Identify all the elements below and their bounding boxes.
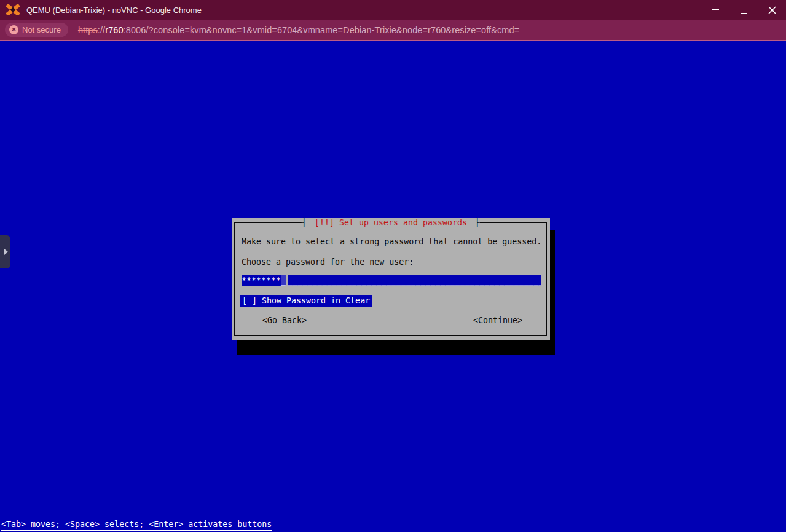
url-scheme: https	[78, 25, 98, 35]
novnc-control-bar-handle[interactable]	[0, 235, 10, 268]
close-icon	[768, 6, 776, 14]
window-controls	[701, 0, 786, 20]
password-prompt: Choose a password for the new user:	[242, 257, 414, 267]
text-cursor-icon: _	[281, 275, 286, 286]
close-button[interactable]	[758, 0, 786, 20]
not-secure-icon: ✕	[9, 25, 18, 34]
minimize-icon	[712, 9, 719, 10]
proxmox-x-icon	[6, 4, 20, 15]
security-badge-label: Not secure	[22, 25, 61, 34]
setup-users-dialog: ┤ [!!] Set up users and passwords ├ Make…	[232, 218, 550, 340]
dialog-message: Make sure to select a strong password th…	[242, 237, 541, 246]
title-bracket-left: ┤	[302, 218, 307, 228]
vnc-canvas[interactable]: ┤ [!!] Set up users and passwords ├ Make…	[0, 41, 786, 532]
dialog-title: ┤ [!!] Set up users and passwords ├	[302, 218, 480, 228]
keyboard-help-line: <Tab> moves; <Space> selects; <Enter> ac…	[1, 520, 272, 531]
window-titlebar: QEMU (Debian-Trixie) - noVNC - Google Ch…	[0, 0, 786, 20]
dialog-title-text: [!!] Set up users and passwords	[307, 218, 475, 228]
security-badge[interactable]: ✕ Not secure	[5, 23, 68, 37]
title-bracket-right: ├	[475, 218, 480, 228]
go-back-button[interactable]: <Go Back>	[262, 316, 307, 326]
minimize-button[interactable]	[701, 0, 729, 20]
password-input[interactable]: ******** _ _____________________________…	[242, 275, 541, 286]
url-rest: :8006/?console=kvm&novnc=1&vmid=6704&vmn…	[124, 25, 520, 35]
window-title: QEMU (Debian-Trixie) - noVNC - Google Ch…	[26, 6, 202, 15]
maximize-button[interactable]	[729, 0, 758, 20]
show-password-checkbox[interactable]: [ ] Show Password in Clear	[240, 295, 372, 307]
expand-arrow-icon	[4, 249, 8, 255]
url-separator: ://	[98, 25, 105, 35]
masked-password: ********	[242, 275, 281, 286]
proxmox-novnc-icon	[6, 4, 21, 15]
field-filler: ________________________________________…	[286, 275, 541, 286]
url-host: r760	[105, 25, 123, 35]
maximize-icon	[741, 7, 747, 14]
url-field[interactable]: https://r760:8006/?console=kvm&novnc=1&v…	[78, 25, 519, 35]
continue-button[interactable]: <Continue>	[473, 316, 522, 326]
address-toolbar: ✕ Not secure https://r760:8006/?console=…	[0, 20, 786, 40]
